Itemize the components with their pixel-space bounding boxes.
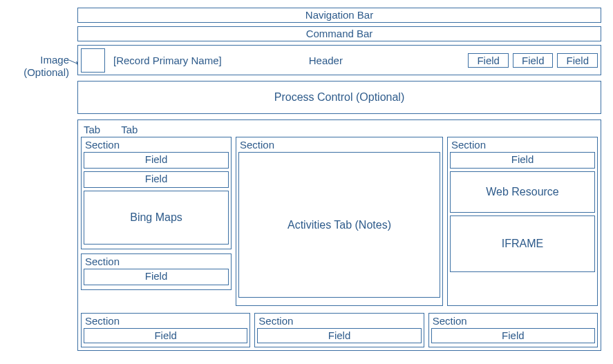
header-field-1: Field xyxy=(468,53,509,68)
section-label: Section xyxy=(257,315,421,328)
annotation-image: Image xyxy=(40,54,69,66)
field-box: Field xyxy=(84,171,229,188)
field-box: Field xyxy=(431,328,595,343)
image-optional-annotation: Image (Optional) xyxy=(6,54,69,79)
tab-region: Tab Tab Section Field Field Bing Maps Se… xyxy=(77,119,601,351)
command-bar-label: Command Bar xyxy=(306,28,373,39)
section-label: Section xyxy=(84,315,247,328)
field-box: Field xyxy=(84,152,229,169)
left-section-2: Section Field xyxy=(81,253,232,290)
tab-1: Tab xyxy=(84,124,100,135)
section-label: Section xyxy=(84,256,229,269)
header-row: [Record Primary Name] Header Field Field… xyxy=(77,45,601,75)
tab-strip: Tab Tab xyxy=(81,123,598,137)
activities-tab-box: Activities Tab (Notes) xyxy=(238,152,440,298)
row2-section-2: Section Field xyxy=(254,313,424,347)
record-primary-name: [Record Primary Name] xyxy=(113,55,222,66)
left-section-1: Section Field Field Bing Maps xyxy=(81,137,232,249)
record-image-placeholder xyxy=(81,48,105,73)
process-control: Process Control (Optional) xyxy=(77,81,601,114)
section-label: Section xyxy=(450,139,595,152)
iframe-box: IFRAME xyxy=(450,215,595,272)
web-resource-box: Web Resource xyxy=(450,171,595,213)
header-field-2: Field xyxy=(513,53,554,68)
header-title: Header xyxy=(309,55,343,66)
field-box: Field xyxy=(257,328,421,343)
section-label: Section xyxy=(238,139,440,152)
navigation-bar: Navigation Bar xyxy=(77,8,601,23)
section-label: Section xyxy=(84,139,229,152)
command-bar: Command Bar xyxy=(77,26,601,41)
navigation-bar-label: Navigation Bar xyxy=(305,9,373,21)
field-box: Field xyxy=(450,152,595,169)
row2-section-1: Section Field xyxy=(81,313,250,347)
tab-2: Tab xyxy=(121,124,138,135)
process-control-label: Process Control (Optional) xyxy=(274,91,405,103)
bing-maps-box: Bing Maps xyxy=(84,191,229,245)
section-label: Section xyxy=(431,315,595,328)
mid-section: Section Activities Tab (Notes) xyxy=(236,137,443,306)
field-box: Field xyxy=(84,269,229,285)
field-box: Field xyxy=(84,328,247,343)
form-layout-diagram: Navigation Bar Command Bar [Record Prima… xyxy=(77,8,601,351)
right-section: Section Field Web Resource IFRAME xyxy=(447,137,598,306)
header-field-3: Field xyxy=(557,53,598,68)
annotation-optional: (Optional) xyxy=(23,66,69,78)
row2-section-3: Section Field xyxy=(428,313,598,347)
